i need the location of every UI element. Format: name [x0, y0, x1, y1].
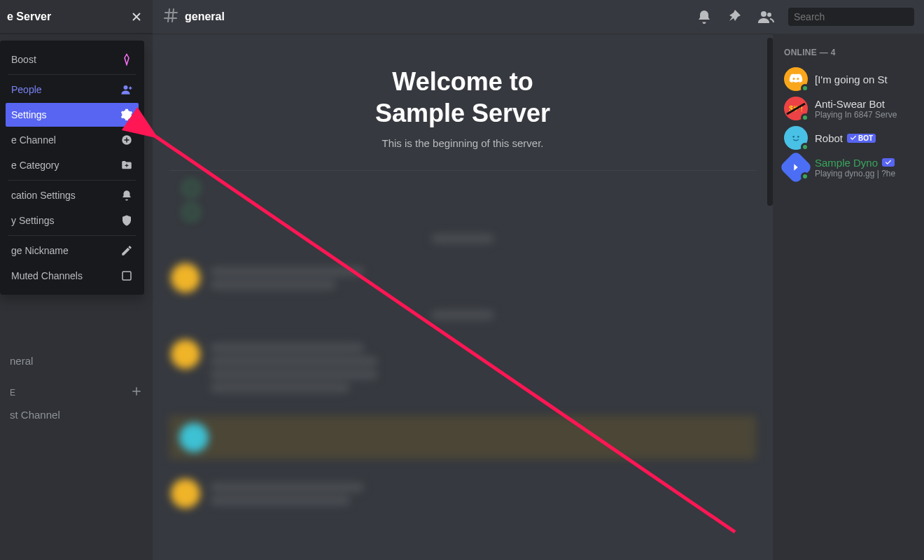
menu-label: Muted Channels — [11, 270, 83, 281]
menu-label: ge Nickname — [11, 245, 69, 256]
shield-icon — [120, 214, 133, 227]
channel-list: neral E st Channel — [0, 343, 153, 432]
member-row[interactable]: [I'm going on St — [778, 64, 918, 94]
scrollbar[interactable] — [767, 38, 773, 206]
welcome-line1: Welcome to — [392, 67, 533, 96]
bot-tag: BOT — [847, 134, 876, 143]
status-online-icon — [801, 84, 809, 92]
member-name: [I'm going on St — [815, 74, 913, 85]
member-row[interactable]: $#*! Anti-Swear Bot Playing In 6847 Serv… — [778, 94, 918, 123]
menu-notification-settings[interactable]: cation Settings — [6, 183, 139, 207]
server-header[interactable]: e Server — [0, 0, 153, 34]
search-input[interactable] — [794, 11, 916, 22]
status-online-icon — [801, 172, 809, 181]
search-box[interactable] — [788, 8, 914, 26]
svg-point-6 — [792, 136, 794, 138]
menu-label: cation Settings — [11, 190, 76, 201]
menu-invite-people[interactable]: People — [6, 78, 139, 102]
channel-sidebar: e Server Boost People Settings e Channel — [0, 0, 153, 560]
category-header[interactable]: E — [6, 372, 147, 402]
gear-icon — [120, 108, 133, 121]
member-list: ONLINE — 4 [I'm going on St $#*! Anti-Sw… — [773, 34, 924, 560]
status-online-icon — [801, 113, 809, 122]
server-context-menu: Boost People Settings e Channel e Categ — [0, 41, 144, 295]
plus-icon[interactable] — [130, 385, 143, 400]
svg-point-3 — [761, 11, 766, 17]
server-name: e Server — [7, 10, 51, 23]
menu-label: y Settings — [11, 215, 54, 226]
channel-voice[interactable]: st Channel — [6, 402, 147, 426]
status-online-icon — [801, 143, 809, 151]
menu-hide-muted[interactable]: Muted Channels — [6, 264, 139, 288]
menu-server-settings[interactable]: Settings — [6, 103, 139, 127]
channel-general[interactable]: neral — [6, 349, 147, 372]
channel-label: st Channel — [10, 409, 60, 421]
svg-point-0 — [124, 85, 128, 90]
channel-title: general — [185, 10, 225, 23]
folder-add-icon — [120, 159, 133, 172]
blurred-messages — [169, 176, 756, 516]
member-row[interactable]: Robot BOT — [778, 123, 918, 153]
members-icon[interactable] — [757, 8, 774, 25]
menu-label: People — [11, 84, 42, 95]
members-header: ONLINE — 4 — [778, 48, 918, 64]
person-add-icon — [120, 83, 133, 96]
bot-tag — [882, 158, 895, 167]
checkbox-icon — [120, 270, 133, 282]
menu-label: Settings — [11, 109, 47, 120]
welcome-subtitle: This is the beginning of this server. — [169, 137, 756, 149]
divider — [169, 170, 756, 171]
topbar: general — [153, 0, 924, 34]
svg-point-7 — [797, 136, 799, 138]
menu-create-channel[interactable]: e Channel — [6, 128, 139, 152]
member-status: Playing In 6847 Serve — [815, 110, 913, 120]
menu-create-category[interactable]: e Category — [6, 153, 139, 177]
close-icon[interactable] — [130, 10, 143, 23]
member-name: Robot BOT — [815, 132, 913, 144]
svg-point-4 — [767, 13, 771, 17]
menu-change-nickname[interactable]: ge Nickname — [6, 239, 139, 262]
menu-server-boost[interactable]: Boost — [6, 48, 139, 71]
welcome-title: Welcome to Sample Server — [169, 66, 756, 129]
menu-label: e Category — [11, 160, 59, 171]
pinned-icon[interactable] — [727, 8, 743, 25]
notifications-icon[interactable] — [696, 8, 713, 25]
chat-area: Welcome to Sample Server This is the beg… — [153, 34, 773, 560]
category-label: E — [10, 388, 16, 398]
welcome-block: Welcome to Sample Server This is the beg… — [169, 66, 756, 149]
channel-label: neral — [10, 355, 33, 367]
svg-rect-2 — [122, 272, 131, 280]
member-status: Playing dyno.gg | ?he — [815, 169, 913, 178]
menu-label: e Channel — [11, 134, 56, 146]
member-name: Sample Dyno — [815, 157, 913, 169]
boost-icon — [120, 53, 133, 66]
welcome-line2: Sample Server — [375, 99, 550, 127]
hash-icon — [162, 7, 179, 27]
member-name: Anti-Swear Bot — [815, 98, 913, 110]
menu-label: Boost — [11, 54, 36, 65]
bell-icon — [120, 189, 133, 202]
menu-privacy-settings[interactable]: y Settings — [6, 209, 139, 232]
plus-circle-icon — [120, 134, 133, 146]
pencil-icon — [120, 244, 133, 257]
member-row[interactable]: Sample Dyno Playing dyno.gg | ?he — [778, 153, 918, 182]
